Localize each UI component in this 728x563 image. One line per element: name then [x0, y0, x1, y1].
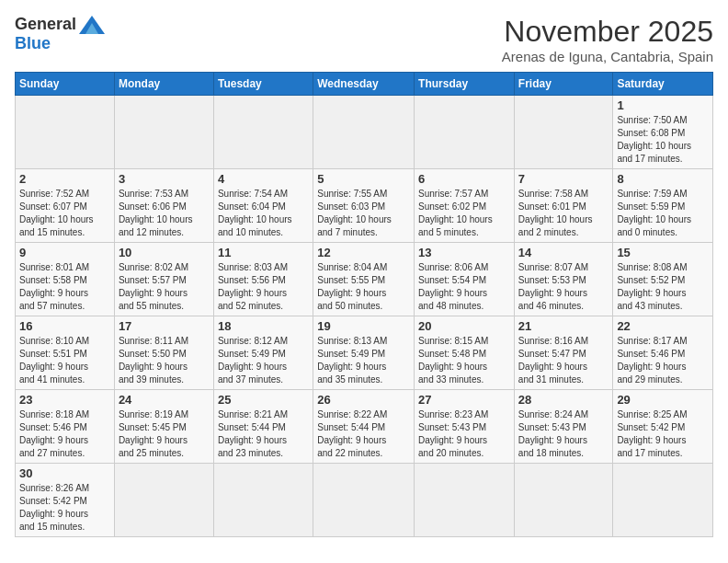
day-number: 24: [119, 393, 210, 407]
day-info: Sunrise: 8:13 AM Sunset: 5:49 PM Dayligh…: [317, 335, 410, 386]
day-number: 5: [317, 172, 410, 186]
calendar-cell: 1Sunrise: 7:50 AM Sunset: 6:08 PM Daylig…: [613, 96, 713, 169]
page-header: General Blue November 2025 Arenas de Igu…: [15, 15, 713, 64]
day-info: Sunrise: 8:07 AM Sunset: 5:53 PM Dayligh…: [518, 261, 609, 313]
day-info: Sunrise: 7:55 AM Sunset: 6:03 PM Dayligh…: [317, 188, 410, 239]
day-info: Sunrise: 8:15 AM Sunset: 5:48 PM Dayligh…: [418, 335, 510, 386]
day-number: 25: [218, 393, 309, 407]
calendar-cell: 18Sunrise: 8:12 AM Sunset: 5:49 PM Dayli…: [213, 316, 313, 390]
day-info: Sunrise: 8:24 AM Sunset: 5:43 PM Dayligh…: [518, 408, 609, 460]
day-info: Sunrise: 8:16 AM Sunset: 5:47 PM Dayligh…: [518, 335, 609, 386]
calendar-cell: 28Sunrise: 8:24 AM Sunset: 5:43 PM Dayli…: [514, 390, 613, 464]
calendar-cell: 8Sunrise: 7:59 AM Sunset: 5:59 PM Daylig…: [613, 169, 713, 243]
day-number: 29: [617, 393, 709, 407]
day-info: Sunrise: 8:01 AM Sunset: 5:58 PM Dayligh…: [19, 261, 110, 313]
day-number: 9: [19, 246, 110, 259]
calendar-cell: 12Sunrise: 8:04 AM Sunset: 5:55 PM Dayli…: [313, 243, 415, 316]
day-info: Sunrise: 8:17 AM Sunset: 5:46 PM Dayligh…: [617, 335, 709, 386]
calendar-week-5: 23Sunrise: 8:18 AM Sunset: 5:46 PM Dayli…: [16, 390, 713, 464]
day-number: 16: [19, 319, 110, 333]
day-number: 30: [19, 466, 110, 480]
day-number: 11: [218, 246, 309, 259]
title-block: November 2025 Arenas de Iguna, Cantabria…: [502, 15, 713, 64]
day-number: 20: [418, 319, 510, 333]
calendar-cell: [613, 464, 713, 537]
day-info: Sunrise: 7:57 AM Sunset: 6:02 PM Dayligh…: [418, 188, 510, 239]
day-info: Sunrise: 8:08 AM Sunset: 5:52 PM Dayligh…: [617, 261, 709, 313]
day-number: 3: [119, 172, 210, 186]
calendar-cell: [514, 96, 613, 169]
calendar-table: SundayMondayTuesdayWednesdayThursdayFrid…: [15, 72, 713, 537]
calendar-week-3: 9Sunrise: 8:01 AM Sunset: 5:58 PM Daylig…: [16, 243, 713, 316]
calendar-cell: 15Sunrise: 8:08 AM Sunset: 5:52 PM Dayli…: [613, 243, 713, 316]
day-info: Sunrise: 7:59 AM Sunset: 5:59 PM Dayligh…: [617, 188, 709, 239]
logo-icon: [79, 16, 105, 34]
day-info: Sunrise: 8:11 AM Sunset: 5:50 PM Dayligh…: [119, 335, 210, 386]
calendar-cell: 9Sunrise: 8:01 AM Sunset: 5:58 PM Daylig…: [16, 243, 115, 316]
calendar-cell: 29Sunrise: 8:25 AM Sunset: 5:42 PM Dayli…: [613, 390, 713, 464]
day-number: 6: [418, 172, 510, 186]
weekday-header-thursday: Thursday: [415, 73, 515, 96]
day-number: 1: [617, 98, 709, 112]
calendar-cell: 5Sunrise: 7:55 AM Sunset: 6:03 PM Daylig…: [313, 169, 415, 243]
day-info: Sunrise: 8:06 AM Sunset: 5:54 PM Dayligh…: [418, 261, 510, 313]
calendar-cell: [213, 464, 313, 537]
calendar-cell: 10Sunrise: 8:02 AM Sunset: 5:57 PM Dayli…: [114, 243, 213, 316]
calendar-cell: 23Sunrise: 8:18 AM Sunset: 5:46 PM Dayli…: [16, 390, 115, 464]
day-number: 2: [19, 172, 110, 186]
calendar-cell: [415, 96, 515, 169]
day-number: 23: [19, 393, 110, 407]
day-number: 4: [218, 172, 309, 186]
month-title: November 2025: [502, 15, 713, 49]
calendar-cell: 17Sunrise: 8:11 AM Sunset: 5:50 PM Dayli…: [114, 316, 213, 390]
calendar-cell: 14Sunrise: 8:07 AM Sunset: 5:53 PM Dayli…: [514, 243, 613, 316]
day-info: Sunrise: 8:12 AM Sunset: 5:49 PM Dayligh…: [218, 335, 309, 386]
day-info: Sunrise: 7:50 AM Sunset: 6:08 PM Dayligh…: [617, 114, 709, 166]
calendar-cell: 6Sunrise: 7:57 AM Sunset: 6:02 PM Daylig…: [415, 169, 515, 243]
day-info: Sunrise: 8:21 AM Sunset: 5:44 PM Dayligh…: [218, 408, 309, 460]
weekday-header-saturday: Saturday: [613, 73, 713, 96]
calendar-cell: 16Sunrise: 8:10 AM Sunset: 5:51 PM Dayli…: [16, 316, 115, 390]
calendar-cell: [114, 464, 213, 537]
day-info: Sunrise: 8:23 AM Sunset: 5:43 PM Dayligh…: [418, 408, 510, 460]
calendar-cell: 22Sunrise: 8:17 AM Sunset: 5:46 PM Dayli…: [613, 316, 713, 390]
calendar-cell: 25Sunrise: 8:21 AM Sunset: 5:44 PM Dayli…: [213, 390, 313, 464]
day-number: 22: [617, 319, 709, 333]
day-info: Sunrise: 8:18 AM Sunset: 5:46 PM Dayligh…: [19, 408, 110, 460]
calendar-cell: 20Sunrise: 8:15 AM Sunset: 5:48 PM Dayli…: [415, 316, 515, 390]
calendar-cell: 19Sunrise: 8:13 AM Sunset: 5:49 PM Dayli…: [313, 316, 415, 390]
calendar-cell: 2Sunrise: 7:52 AM Sunset: 6:07 PM Daylig…: [16, 169, 115, 243]
day-info: Sunrise: 8:10 AM Sunset: 5:51 PM Dayligh…: [19, 335, 110, 386]
day-info: Sunrise: 7:54 AM Sunset: 6:04 PM Dayligh…: [218, 188, 309, 239]
day-number: 14: [518, 246, 609, 259]
day-number: 7: [518, 172, 609, 186]
calendar-cell: 3Sunrise: 7:53 AM Sunset: 6:06 PM Daylig…: [114, 169, 213, 243]
day-info: Sunrise: 7:58 AM Sunset: 6:01 PM Dayligh…: [518, 188, 609, 239]
weekday-header-sunday: Sunday: [16, 73, 115, 96]
calendar-cell: [213, 96, 313, 169]
calendar-cell: 21Sunrise: 8:16 AM Sunset: 5:47 PM Dayli…: [514, 316, 613, 390]
day-info: Sunrise: 7:53 AM Sunset: 6:06 PM Dayligh…: [119, 188, 210, 239]
weekday-header-monday: Monday: [114, 73, 213, 96]
day-number: 10: [119, 246, 210, 259]
calendar-cell: 7Sunrise: 7:58 AM Sunset: 6:01 PM Daylig…: [514, 169, 613, 243]
calendar-week-1: 1Sunrise: 7:50 AM Sunset: 6:08 PM Daylig…: [16, 96, 713, 169]
logo-general-text: General: [15, 15, 76, 34]
calendar-cell: [16, 96, 115, 169]
day-info: Sunrise: 8:02 AM Sunset: 5:57 PM Dayligh…: [119, 261, 210, 313]
calendar-cell: 26Sunrise: 8:22 AM Sunset: 5:44 PM Dayli…: [313, 390, 415, 464]
calendar-week-6: 30Sunrise: 8:26 AM Sunset: 5:42 PM Dayli…: [16, 464, 713, 537]
day-info: Sunrise: 8:25 AM Sunset: 5:42 PM Dayligh…: [617, 408, 709, 460]
calendar-cell: [313, 96, 415, 169]
day-number: 27: [418, 393, 510, 407]
weekday-header-tuesday: Tuesday: [213, 73, 313, 96]
logo-blue-text: Blue: [15, 34, 51, 53]
day-number: 17: [119, 319, 210, 333]
day-number: 13: [418, 246, 510, 259]
calendar-week-4: 16Sunrise: 8:10 AM Sunset: 5:51 PM Dayli…: [16, 316, 713, 390]
calendar-cell: [313, 464, 415, 537]
day-info: Sunrise: 8:04 AM Sunset: 5:55 PM Dayligh…: [317, 261, 410, 313]
calendar-cell: 4Sunrise: 7:54 AM Sunset: 6:04 PM Daylig…: [213, 169, 313, 243]
calendar-week-2: 2Sunrise: 7:52 AM Sunset: 6:07 PM Daylig…: [16, 169, 713, 243]
location-text: Arenas de Iguna, Cantabria, Spain: [502, 49, 713, 64]
